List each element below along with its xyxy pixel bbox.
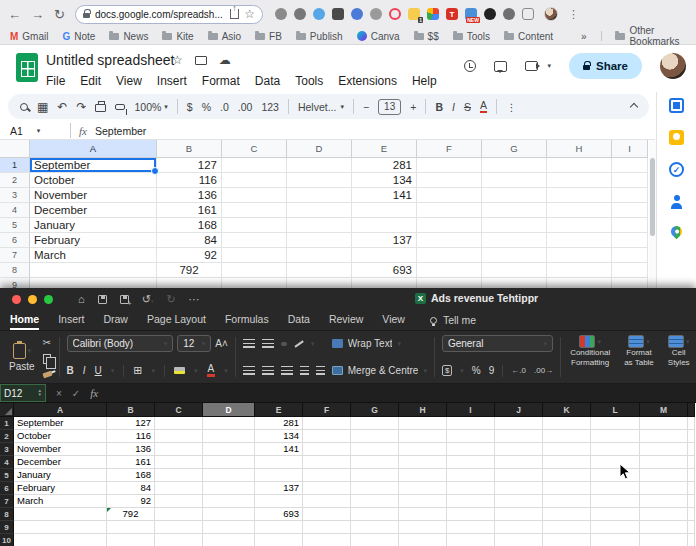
redo-icon[interactable]: ↷ <box>76 100 86 114</box>
select-all-corner[interactable] <box>0 140 30 158</box>
excel-cell-E2[interactable]: 134 <box>255 430 303 443</box>
excel-cell-M5[interactable] <box>640 469 688 482</box>
excel-cell-C9[interactable] <box>155 521 203 534</box>
sheets-logo-icon[interactable] <box>16 53 38 82</box>
excel-cell-I7[interactable] <box>447 495 495 508</box>
excel-cell-C7[interactable] <box>155 495 203 508</box>
font-size-select[interactable]: 12▾ <box>177 335 211 352</box>
home-icon[interactable]: ⌂ <box>78 293 85 305</box>
excel-tab-insert[interactable]: Insert <box>58 310 84 330</box>
titlebar-more-icon[interactable]: ⋯ <box>189 293 200 306</box>
increase-indent-button[interactable] <box>316 366 325 375</box>
meet-button[interactable]: ▾ <box>525 61 552 71</box>
excel-cell-x10[interactable] <box>688 534 695 546</box>
copy-button[interactable] <box>43 354 51 364</box>
sheets-cell-A8[interactable] <box>30 263 157 278</box>
excel-cell-G10[interactable] <box>351 534 399 546</box>
document-title[interactable]: Untitled spreadsheet <box>46 52 174 68</box>
sheets-cell-I2[interactable] <box>612 173 648 188</box>
sheets-cell-C9[interactable] <box>222 278 287 288</box>
excel-cell-G5[interactable] <box>351 469 399 482</box>
save-icon[interactable] <box>98 295 107 304</box>
excel-cell-D1[interactable] <box>203 417 255 430</box>
excel-cell-I3[interactable] <box>447 443 495 456</box>
sheets-cell-A6[interactable]: February <box>30 233 157 248</box>
excel-tab-draw[interactable]: Draw <box>103 310 128 330</box>
forward-icon[interactable]: → <box>31 7 44 22</box>
sheets-cell-D7[interactable] <box>287 248 352 263</box>
sheets-cell-C1[interactable] <box>222 158 287 173</box>
excel-cell-M2[interactable] <box>640 430 688 443</box>
excel-cell-F8[interactable] <box>303 508 351 521</box>
excel-cell-G6[interactable] <box>351 482 399 495</box>
sheets-row-header-4[interactable]: 4 <box>0 203 30 218</box>
sheets-cell-E5[interactable] <box>352 218 417 233</box>
reader-extension-icon[interactable] <box>522 8 534 20</box>
paste-button[interactable]: ▾ Paste <box>6 335 38 379</box>
excel-col-header-C[interactable]: C <box>155 403 203 417</box>
sheets-cell-G9[interactable] <box>482 278 547 288</box>
excel-cell-A1[interactable]: September <box>14 417 107 430</box>
sheets-cell-I1[interactable] <box>612 158 648 173</box>
bold-button[interactable]: B <box>435 101 443 113</box>
excel-cell-E6[interactable]: 137 <box>255 482 303 495</box>
sheets-cell-G5[interactable] <box>482 218 547 233</box>
sheets-cell-I3[interactable] <box>612 188 648 203</box>
excel-cell-A8[interactable] <box>14 508 107 521</box>
excel-cell-L1[interactable] <box>591 417 640 430</box>
percent-format-button[interactable]: % <box>202 101 211 113</box>
excel-cell-J4[interactable] <box>495 456 543 469</box>
excel-italic-button[interactable]: I <box>83 365 86 376</box>
bookmark-item[interactable]: MGmail <box>10 31 48 42</box>
excel-row-header-7[interactable]: 7 <box>0 495 14 508</box>
feather-extension-icon[interactable] <box>370 8 382 20</box>
excel-cell-G3[interactable] <box>351 443 399 456</box>
excel-cell-K1[interactable] <box>543 417 591 430</box>
excel-cell-D3[interactable] <box>203 443 255 456</box>
sheets-cell-I5[interactable] <box>612 218 648 233</box>
italic-button[interactable]: I <box>452 101 455 113</box>
number-format-select[interactable]: General▾ <box>442 335 553 352</box>
excel-cell-B1[interactable]: 127 <box>107 417 155 430</box>
excel-cell-E9[interactable] <box>255 521 303 534</box>
pocket-extension-icon[interactable] <box>389 8 401 20</box>
excel-cell-A5[interactable]: January <box>14 469 107 482</box>
excel-col-header-J[interactable]: J <box>495 403 543 417</box>
grow-font-button[interactable]: A˄ <box>215 338 228 349</box>
align-middle-button[interactable] <box>262 339 274 348</box>
sheets-col-header-F[interactable]: F <box>417 140 482 158</box>
excel-col-header-A[interactable]: A <box>14 403 107 417</box>
sheets-cell-A7[interactable]: March <box>30 248 157 263</box>
excel-cell-C8[interactable] <box>155 508 203 521</box>
excel-cell-E4[interactable] <box>255 456 303 469</box>
newtab-extension-icon[interactable]: NEW <box>465 8 477 20</box>
more-toolbar-icon[interactable]: ⋮ <box>506 101 517 113</box>
excel-cell-B10[interactable] <box>107 534 155 546</box>
excel-cell-F6[interactable] <box>303 482 351 495</box>
align-top-button[interactable] <box>243 339 255 348</box>
excel-row-header-3[interactable]: 3 <box>0 443 14 456</box>
sheets-cell-H4[interactable] <box>547 203 612 218</box>
sheets-cell-H1[interactable] <box>547 158 612 173</box>
excel-tab-page-layout[interactable]: Page Layout <box>147 310 206 330</box>
sheets-menu-tools[interactable]: Tools <box>295 74 323 88</box>
excel-cell-H2[interactable] <box>399 430 447 443</box>
star-doc-icon[interactable]: ☆ <box>172 53 183 67</box>
bookmark-item[interactable]: Asio <box>208 31 241 42</box>
puzzle-extension-icon[interactable] <box>503 8 515 20</box>
confirm-entry-icon[interactable]: ✓ <box>72 388 80 399</box>
excel-cell-F4[interactable] <box>303 456 351 469</box>
excel-cell-L3[interactable] <box>591 443 640 456</box>
excel-select-all-corner[interactable] <box>0 403 14 417</box>
pin-extension-icon[interactable] <box>275 8 287 20</box>
decrease-decimals-button[interactable]: .0 <box>220 101 229 113</box>
reload-icon[interactable]: ↻ <box>54 7 65 22</box>
excel-cell-M4[interactable] <box>640 456 688 469</box>
merge-centre-button[interactable]: Merge & Centre▾ <box>332 362 427 379</box>
excel-cell-K8[interactable] <box>543 508 591 521</box>
maps-icon[interactable] <box>669 224 685 240</box>
insert-function-icon[interactable]: fx <box>90 387 98 399</box>
excel-cell-K9[interactable] <box>543 521 591 534</box>
excel-tab-home[interactable]: Home <box>10 310 39 330</box>
excel-cell-B9[interactable] <box>107 521 155 534</box>
